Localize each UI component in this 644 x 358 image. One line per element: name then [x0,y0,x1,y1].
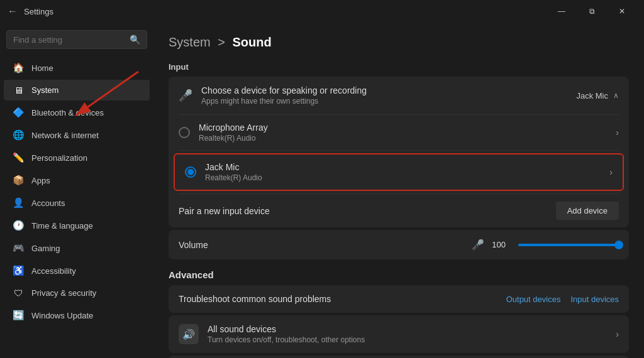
sidebar-label-network: Network & internet [31,131,99,140]
accessibility-icon: ♿ [13,265,24,276]
network-icon: 🌐 [13,129,24,141]
radio-button-jack-mic[interactable] [185,166,196,178]
chevron-right-icon-jack: › [609,167,613,177]
personalization-icon: ✏️ [13,152,24,163]
all-sound-sub: Turn devices on/off, troubleshoot, other… [208,335,616,344]
gaming-icon: 🎮 [13,242,24,254]
search-input[interactable] [13,35,130,45]
time-icon: 🕐 [13,220,24,231]
window-controls: — ⧉ ✕ [547,0,636,23]
sidebar-item-apps[interactable]: 📦 Apps [4,170,150,191]
sidebar-label-personalization: Personalization [31,153,87,163]
main-content: System > Sound Input 🎤 Choose a device f… [153,23,644,358]
device-name-jack-mic: Jack Mic [205,162,609,172]
input-section-title: Input [169,62,629,72]
divider-2 [179,150,619,151]
breadcrumb-separator: > [218,35,225,49]
sidebar-item-accessibility[interactable]: ♿ Accessibility [4,260,150,281]
system-icon: 🖥 [13,85,24,95]
sidebar-item-personalization[interactable]: ✏️ Personalization [4,147,150,168]
chevron-right-icon-all: › [616,329,619,339]
sidebar-label-home: Home [31,63,53,73]
device-info-mic-array: Microphone Array Realtek(R) Audio [199,122,616,143]
sidebar-item-update[interactable]: 🔄 Windows Update [4,305,150,326]
device-sub-jack-mic: Realtek(R) Audio [205,173,609,182]
sidebar-label-bluetooth: Bluetooth & devices [31,108,104,117]
troubleshoot-label: Troubleshoot common sound problems [179,294,331,304]
volume-slider-fill [518,244,619,246]
input-header-sublabel: Apps might have their own settings [201,97,576,106]
search-icon: 🔍 [130,35,140,45]
accounts-icon: 👤 [13,197,24,209]
search-box[interactable]: 🔍 [6,30,147,49]
all-sound-icon: 🔊 [179,324,199,344]
device-row-microphone-array[interactable]: Microphone Array Realtek(R) Audio › [169,115,629,150]
sidebar-label-accessibility: Accessibility [31,266,76,276]
sidebar-item-privacy[interactable]: 🛡 Privacy & security [4,283,150,303]
device-name-mic-array: Microphone Array [199,122,616,133]
input-header-label: Choose a device for speaking or recordin… [201,85,576,95]
output-devices-link[interactable]: Output devices [506,295,561,304]
chevron-up-icon: ∧ [613,91,619,100]
sidebar-item-gaming[interactable]: 🎮 Gaming [4,237,150,259]
pair-device-row: Pair a new input device Add device [169,194,629,227]
sidebar-item-network[interactable]: 🌐 Network & internet [4,124,150,146]
update-icon: 🔄 [13,310,24,321]
sidebar-label-accounts: Accounts [31,198,65,208]
advanced-section-title: Advanced [169,269,629,280]
sidebar-item-accounts[interactable]: 👤 Accounts [4,192,150,214]
maximize-button[interactable]: ⧉ [577,0,606,23]
all-sound-devices-row[interactable]: 🔊 All sound devices Turn devices on/off,… [169,315,629,353]
volume-value: 100 [492,240,506,249]
breadcrumb: System > Sound [169,35,629,50]
troubleshoot-links: Output devices Input devices [506,295,619,304]
breadcrumb-parent: System [169,35,211,49]
input-card: 🎤 Choose a device for speaking or record… [169,77,629,227]
troubleshoot-row: Troubleshoot common sound problems Outpu… [169,285,629,313]
microphone-icon: 🎤 [179,89,192,102]
sidebar-item-home[interactable]: 🏠 Home [4,57,150,79]
sidebar-label-privacy: Privacy & security [31,288,96,298]
radio-button-mic-array[interactable] [179,127,190,138]
device-sub-mic-array: Realtek(R) Audio [199,134,616,143]
breadcrumb-current: Sound [233,35,272,49]
all-sound-name: All sound devices [208,324,616,334]
sidebar-item-bluetooth[interactable]: 🔷 Bluetooth & devices [4,102,150,123]
home-icon: 🏠 [13,62,24,73]
sidebar-label-apps: Apps [31,176,50,185]
privacy-icon: 🛡 [13,288,24,298]
all-sound-text: All sound devices Turn devices on/off, t… [208,324,616,344]
radio-inner-jack-mic [187,169,194,175]
titlebar: ← Settings — ⧉ ✕ [0,0,644,23]
device-row-jack-mic[interactable]: Jack Mic Realtek(R) Audio › [175,155,623,190]
app-title: Settings [24,7,53,16]
back-button[interactable]: ← [8,6,18,17]
sidebar-item-time[interactable]: 🕐 Time & language [4,215,150,236]
pair-label: Pair a new input device [179,206,270,216]
sidebar-label-system: System [31,85,58,95]
device-info-jack-mic: Jack Mic Realtek(R) Audio [205,162,609,182]
minimize-button[interactable]: — [547,0,576,23]
volume-mixer-row[interactable]: 🎚 Volume mixer › [169,355,629,358]
volume-slider-thumb[interactable] [614,241,623,249]
input-devices-link[interactable]: Input devices [570,295,619,304]
volume-slider-track[interactable] [518,244,619,246]
apps-icon: 📦 [13,175,24,186]
sidebar-label-time: Time & language [31,221,93,231]
chevron-right-icon-mic: › [616,127,619,138]
add-device-button[interactable]: Add device [556,202,619,220]
volume-label: Volume [179,240,464,250]
volume-mic-icon: 🎤 [472,239,484,251]
sidebar: 🔍 🏠 Home 🖥 System 🔷 Bluetooth & devices … [0,23,153,358]
selected-device-row[interactable]: Jack Mic Realtek(R) Audio › [174,153,624,191]
sidebar-item-system[interactable]: 🖥 System [4,80,150,100]
input-device-header[interactable]: 🎤 Choose a device for speaking or record… [169,77,629,114]
sidebar-label-gaming: Gaming [31,244,60,253]
selected-device-name: Jack Mic [576,91,608,100]
close-button[interactable]: ✕ [608,0,636,23]
volume-section: Volume 🎤 100 [169,230,629,259]
input-header-texts: Choose a device for speaking or recordin… [201,85,576,106]
bluetooth-icon: 🔷 [13,107,24,118]
sidebar-label-update: Windows Update [31,311,93,320]
